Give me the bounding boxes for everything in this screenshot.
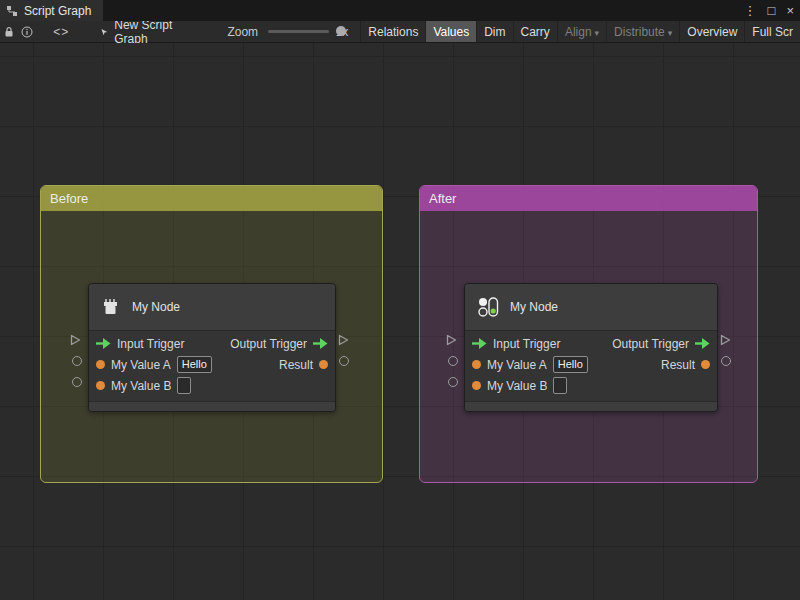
port-label: My Value A [111,358,171,372]
chevron-down-icon: ▾ [595,28,600,38]
value-port-icon [472,360,481,369]
port-label: My Value B [111,379,171,393]
window-controls: ⋮ □ × [744,0,794,21]
node-title: My Node [510,300,558,314]
output-trigger-port[interactable]: Output Trigger [230,337,328,351]
group-before-header[interactable]: Before [41,186,382,211]
zoom-label: Zoom [227,25,258,39]
value-port-icon [472,381,481,390]
flow-arrow-icon [313,338,328,349]
align-button-label: Align [565,25,592,39]
tab-script-graph[interactable]: Script Graph [0,0,103,21]
tab-bar: Script Graph ⋮ □ × [0,0,800,21]
node-icon-after [476,296,500,318]
external-value-port[interactable] [448,356,458,366]
toolbar: <> New Script Graph Zoom 1x Relations Va… [0,21,800,43]
port-row: Input Trigger Output Trigger [89,333,335,354]
chevron-down-icon: ▾ [668,28,673,38]
zoom-slider[interactable] [268,21,329,42]
port-label: My Value A [487,358,547,372]
distribute-button[interactable]: Distribute ▾ [606,21,679,42]
tab-label: Script Graph [24,4,91,18]
node-header[interactable]: My Node [465,284,717,331]
external-value-port[interactable] [448,377,458,387]
carry-button[interactable]: Carry [513,21,557,42]
maximize-icon[interactable]: □ [768,4,776,17]
graph-title-area: New Script Graph [100,18,179,46]
external-value-port[interactable] [72,356,82,366]
node-header[interactable]: My Node [89,284,335,331]
code-icon[interactable]: <> [49,21,74,42]
port-label: Result [661,358,695,372]
value-port-icon [319,360,328,369]
external-value-port[interactable] [721,356,731,366]
zoom-slider-track[interactable] [268,30,329,33]
node-my-node-after[interactable]: My Node Input Trigger Output Trigger [464,283,718,412]
group-title: Before [50,191,88,206]
relations-button[interactable]: Relations [360,21,425,42]
node-body: Input Trigger Output Trigger My Value A … [89,331,335,401]
port-label: My Value B [487,379,547,393]
menu-icon[interactable]: ⋮ [744,4,757,17]
overview-button[interactable]: Overview [679,21,744,42]
external-trigger-port[interactable] [338,334,349,346]
output-trigger-port[interactable]: Output Trigger [612,337,710,351]
group-after-header[interactable]: After [420,186,757,211]
port-label: Output Trigger [612,337,689,351]
external-value-port[interactable] [72,377,82,387]
input-trigger-port[interactable]: Input Trigger [472,337,560,351]
value-port-icon [96,381,105,390]
my-value-b-port[interactable]: My Value B [96,377,191,394]
value-port-icon [96,360,105,369]
port-row: Input Trigger Output Trigger [465,333,717,354]
node-icon-before [100,296,122,318]
port-label: Input Trigger [493,337,560,351]
flow-arrow-icon [96,338,111,349]
my-value-a-field[interactable]: Hello [177,356,212,373]
external-trigger-port[interactable] [720,334,731,346]
my-value-b-field[interactable] [177,377,191,394]
port-label: Input Trigger [117,337,184,351]
node-footer [465,401,717,411]
graph-canvas[interactable]: Before After My Node Input Trigger [0,43,800,600]
my-value-b-field[interactable] [553,377,567,394]
external-value-port[interactable] [339,356,349,366]
result-port[interactable]: Result [661,358,710,372]
my-value-a-port[interactable]: My Value A Hello [96,356,212,373]
fullscreen-button[interactable]: Full Scr [744,21,800,42]
info-icon[interactable] [18,21,36,42]
port-row: My Value B [89,375,335,396]
graph-icon [6,5,18,17]
node-my-node-before[interactable]: My Node Input Trigger Output Trigger [88,283,336,412]
flow-arrow-icon [472,338,487,349]
my-value-b-port[interactable]: My Value B [472,377,567,394]
node-footer [89,401,335,411]
values-button[interactable]: Values [425,21,476,42]
group-title: After [429,191,456,206]
port-row: My Value A Hello Result [89,354,335,375]
result-port[interactable]: Result [279,358,328,372]
script-graph-asset-icon [100,26,108,38]
node-title: My Node [132,300,180,314]
toolbar-buttons: Relations Values Dim Carry Align ▾ Distr… [360,21,800,42]
align-button[interactable]: Align ▾ [557,21,606,42]
my-value-a-port[interactable]: My Value A Hello [472,356,588,373]
port-label: Output Trigger [230,337,307,351]
distribute-button-label: Distribute [614,25,665,39]
lock-icon[interactable] [0,21,18,42]
port-row: My Value A Hello Result [465,354,717,375]
port-row: My Value B [465,375,717,396]
close-icon[interactable]: × [786,4,794,17]
flow-arrow-icon [695,338,710,349]
external-trigger-port[interactable] [70,334,81,346]
node-body: Input Trigger Output Trigger My Value A … [465,331,717,401]
value-port-icon [701,360,710,369]
input-trigger-port[interactable]: Input Trigger [96,337,184,351]
external-trigger-port[interactable] [446,334,457,346]
graph-title: New Script Graph [114,18,179,46]
dim-button[interactable]: Dim [476,21,512,42]
my-value-a-field[interactable]: Hello [553,356,588,373]
port-label: Result [279,358,313,372]
